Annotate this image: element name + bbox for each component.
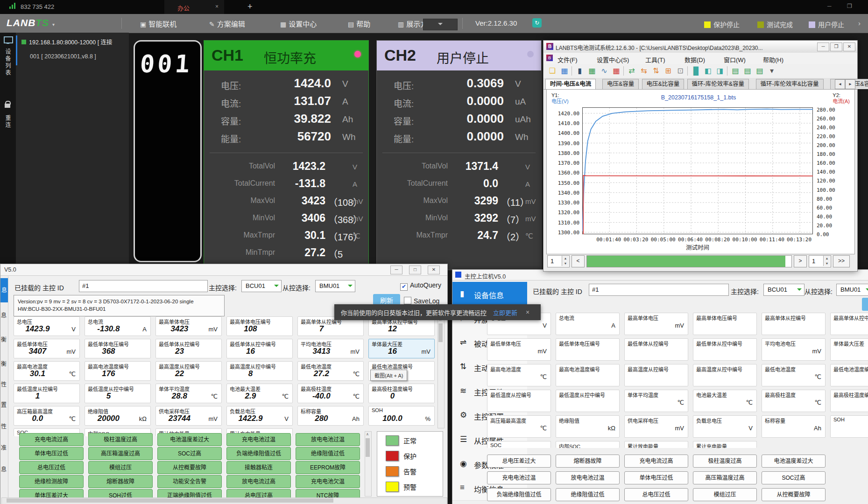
- alarm-button[interactable]: 总电压过低: [19, 461, 84, 474]
- alarm-button[interactable]: 负端绝缘阻值过低: [487, 488, 551, 501]
- split-view-icon[interactable]: ▐▌: [691, 66, 701, 76]
- open-file-icon[interactable]: ❏: [547, 66, 557, 76]
- alarm-button[interactable]: SOC过高: [157, 447, 222, 460]
- alarm-button[interactable]: 模组过压: [693, 488, 757, 501]
- alarm-button[interactable]: 接触器粘连: [226, 461, 291, 474]
- horizontal-scrollbar[interactable]: [1, 497, 447, 504]
- expand-icon[interactable]: ⊞: [663, 66, 673, 76]
- alarm-button[interactable]: 功能安全告警: [157, 475, 222, 488]
- alarm-button[interactable]: 绝缘阻值过低: [556, 488, 620, 501]
- nav-strip-char[interactable]: 置: [1, 400, 7, 408]
- lw-close-icon[interactable]: ✕: [428, 266, 440, 274]
- alarm-scrollbar[interactable]: ∧: [365, 431, 372, 497]
- tab-close-icon[interactable]: ×: [215, 3, 219, 10]
- legend-more-icon[interactable]: ›: [858, 19, 861, 27]
- tab-add-icon[interactable]: +: [247, 2, 253, 12]
- nav-strip-char-active[interactable]: 息: [0, 278, 8, 302]
- tabs-scroll-right-icon[interactable]: ▸: [845, 79, 855, 89]
- alarm-button[interactable]: 总电压差过大: [487, 455, 551, 468]
- list-grid2-icon[interactable]: ▤: [742, 66, 753, 76]
- toolbar-item-4[interactable]: ▤帮助: [348, 19, 370, 28]
- server-node[interactable]: 192.168.1.80:8000-12000 [ 连接: [21, 37, 113, 46]
- refresh-button-clipped[interactable]: [862, 298, 868, 311]
- update-icon[interactable]: ↻: [532, 18, 542, 28]
- list-grid-icon[interactable]: ▤: [730, 66, 741, 76]
- chart-restore-icon[interactable]: ❐: [830, 42, 842, 51]
- nav-strip-char[interactable]: 性: [1, 380, 7, 388]
- panel-left-icon[interactable]: ◧: [703, 66, 713, 76]
- toolbar-item-1[interactable]: ▣智能联机: [140, 19, 176, 28]
- report-icon[interactable]: ▦: [611, 66, 621, 76]
- master-select[interactable]: BCU01: [241, 280, 282, 292]
- reconnect-label[interactable]: 重连: [4, 115, 12, 129]
- export-table-icon[interactable]: ▦: [587, 66, 597, 76]
- alarm-button[interactable]: 充电电池欠温: [296, 475, 360, 488]
- panel-right-icon[interactable]: ◨: [715, 66, 725, 76]
- window-maximize-icon[interactable]: ❐: [847, 3, 852, 9]
- slave-select[interactable]: BMU01: [836, 284, 868, 296]
- banner-close-icon[interactable]: ×: [526, 308, 529, 316]
- mounted-id-input[interactable]: #1: [589, 284, 729, 296]
- alarm-button[interactable]: 绝缘阻值过低: [296, 447, 360, 460]
- alarm-button[interactable]: EEPROM故障: [296, 461, 360, 474]
- alarm-button[interactable]: 电池温度差过大: [157, 433, 222, 446]
- lw-maximize-icon[interactable]: □: [409, 266, 421, 274]
- alarm-button[interactable]: 放电电池过温: [296, 433, 360, 446]
- page-last-button[interactable]: >>: [833, 255, 850, 267]
- grid-scrollbar[interactable]: ∧: [438, 316, 445, 428]
- device-list-label[interactable]: 设备列表: [4, 49, 12, 77]
- tabs-scroll-left-icon[interactable]: ◂: [835, 79, 845, 89]
- toolbar-item-3[interactable]: ▦设置中心: [280, 19, 317, 28]
- monitor-icon[interactable]: [4, 36, 13, 43]
- alarm-button[interactable]: 高压箱温度过高: [88, 447, 153, 460]
- master-select[interactable]: BCU01: [763, 284, 804, 296]
- menu-2[interactable]: 设置中心(S): [597, 55, 629, 64]
- alarm-button[interactable]: 从控概要故障: [157, 461, 222, 474]
- alarm-button[interactable]: 极柱温度过高: [693, 455, 757, 468]
- menu-1[interactable]: 文件(F): [557, 55, 578, 64]
- nav-item-1[interactable]: ▮设备信息: [452, 282, 527, 307]
- alarm-button[interactable]: 放电电流过高: [226, 475, 291, 488]
- alarm-button[interactable]: SOC过高: [762, 471, 826, 484]
- lw-minimize-icon[interactable]: ─: [390, 266, 402, 274]
- menu-3[interactable]: 工具(T): [645, 55, 665, 64]
- alarm-button[interactable]: 高压箱温度过高: [693, 471, 757, 484]
- chart-tab-3[interactable]: 电压&比容量: [642, 79, 685, 89]
- remote-tab[interactable]: 办公 ×: [164, 0, 224, 14]
- banner-update-link[interactable]: 立即更新: [493, 308, 517, 317]
- nav-strip-char[interactable]: 性: [1, 422, 7, 430]
- page-prev-button[interactable]: <: [572, 255, 585, 267]
- alarm-button[interactable]: 放电电池过温: [556, 471, 620, 484]
- alarm-button[interactable]: 极柱温度过高: [88, 433, 153, 446]
- alarm-button[interactable]: 从控概要故障: [762, 488, 826, 501]
- page-scrollbar[interactable]: [586, 255, 792, 267]
- page-spinner-left[interactable]: 1▲▼: [547, 255, 570, 267]
- lock-icon[interactable]: [5, 104, 10, 108]
- compress-x-icon[interactable]: ⇆: [639, 66, 649, 76]
- more-icon[interactable]: ▾: [767, 66, 777, 76]
- chart-tab-5[interactable]: 循环-库伦效率&比容量: [756, 79, 824, 89]
- alarm-button[interactable]: 充电电流过高: [624, 455, 688, 468]
- alarm-button[interactable]: 电池温度差过大: [762, 455, 826, 468]
- nav-strip-char[interactable]: 息: [1, 311, 7, 319]
- chart-close-icon[interactable]: ✕: [843, 42, 855, 51]
- menu-6[interactable]: 帮助(H): [763, 55, 783, 64]
- alarm-button[interactable]: 熔断器故障: [88, 475, 153, 488]
- nav-strip-char[interactable]: 衡: [1, 335, 7, 343]
- window-minimize-icon[interactable]: ─: [827, 3, 832, 9]
- page-next-button[interactable]: >: [794, 255, 807, 267]
- alarm-button[interactable]: 单体电压过低: [19, 447, 84, 460]
- chart-window-titlebar[interactable]: B LANBTS电池测试系统2.12.6.30 - [C:\Users\LANB…: [543, 41, 857, 53]
- alarm-button[interactable]: 负端绝缘阻值过低: [226, 447, 291, 460]
- left-window-titlebar[interactable]: V5.0 ─ □ ✕: [0, 264, 447, 276]
- alarm-button[interactable]: 充电电池过温: [487, 471, 551, 484]
- autoquery-checkbox[interactable]: ✔AutoQuery: [400, 281, 441, 291]
- alarm-button[interactable]: 充电电流过高: [19, 433, 84, 446]
- mounted-id-input[interactable]: #1: [79, 280, 208, 292]
- chart-tab-4[interactable]: 循环-库伦效率&容量: [687, 79, 749, 89]
- chart-minimize-icon[interactable]: ─: [817, 42, 829, 51]
- toolbar-item-2[interactable]: ✎方案编辑: [209, 19, 245, 28]
- stretch-x-icon[interactable]: ⇄: [627, 66, 637, 76]
- fit-icon[interactable]: ⊡: [675, 66, 685, 76]
- nav-strip-char[interactable]: 衡: [1, 359, 7, 367]
